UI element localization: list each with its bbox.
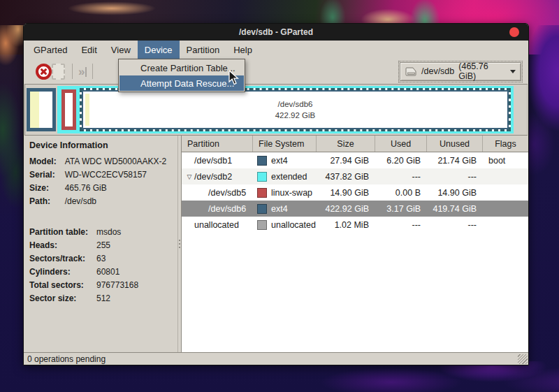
info-label: Model: [29, 157, 57, 166]
partition-size: 14.90 GiB [317, 184, 375, 201]
info-value: 512 [96, 293, 172, 303]
partition-unused: --- [427, 168, 483, 184]
filesystem-color-swatch [257, 188, 267, 198]
window-title: /dev/sdb - GParted [239, 27, 313, 37]
statusbar: 0 operations pending [24, 352, 528, 365]
partition-name: unallocated [194, 220, 239, 230]
filesystem-name: linux-swap [271, 188, 312, 198]
table-row-sdb5[interactable]: /dev/sdb5 linux-swap 14.90 GiB 0.00 B 14… [182, 184, 528, 201]
viz-partition-sdb6-selected[interactable]: /dev/sdb6 422.92 GiB [80, 88, 511, 131]
info-label: Serial: [29, 170, 57, 180]
info-label: Size: [29, 183, 57, 193]
partition-used: --- [375, 217, 427, 233]
main-content: Device Information Model: ATA WDC WD5000… [24, 136, 528, 352]
info-value: msdos [96, 227, 172, 237]
close-icon[interactable] [509, 27, 519, 37]
desktop-wallpaper-right [527, 25, 559, 221]
partition-used: --- [375, 168, 427, 184]
toolbar-separator [72, 64, 73, 79]
partition-visualization: /dev/sdb6 422.92 GiB [24, 84, 528, 136]
info-value: ATA WDC WD5000AAKX-2 [65, 157, 172, 166]
partition-size: 27.94 GiB [317, 152, 375, 168]
mouse-cursor-icon [228, 70, 239, 85]
menu-item-attempt-data-rescue[interactable]: Attempt Data Rescue... [119, 75, 244, 91]
info-value: WD-WCC2ECV58157 [65, 170, 172, 180]
device-information-title: Device Information [29, 140, 172, 150]
info-value: /dev/sdb [65, 196, 172, 206]
table-row-sdb6-selected[interactable]: /dev/sdb6 ext4 422.92 GiB 3.17 GiB 419.7… [182, 201, 528, 217]
info-value: 255 [96, 240, 172, 250]
selected-device-size: (465.76 GiB) [458, 61, 506, 81]
header-used[interactable]: Used [375, 136, 427, 152]
new-partition-button[interactable] [52, 64, 65, 80]
partition-flags [483, 184, 528, 201]
table-row-sdb2[interactable]: ▽/dev/sdb2 extended 437.82 GiB --- --- [182, 168, 528, 184]
menu-gparted[interactable]: GParted [27, 41, 74, 59]
expander-open-icon[interactable]: ▽ [184, 173, 194, 180]
device-menu-dropdown: Create Partition Table... Attempt Data R… [118, 59, 245, 92]
delete-icon [36, 64, 52, 80]
partition-used: 3.17 GiB [375, 201, 427, 217]
menu-item-create-partition-table[interactable]: Create Partition Table... [119, 60, 244, 75]
desktop-wallpaper-bottom [0, 361, 559, 392]
menu-device[interactable]: Device [138, 41, 180, 59]
partition-name: /dev/sdb6 [208, 204, 246, 214]
desktop-wallpaper-left [0, 25, 25, 235]
info-value: 60801 [96, 267, 172, 277]
delete-partition-button[interactable] [36, 64, 52, 80]
header-file-system[interactable]: File System [253, 136, 317, 152]
info-value: 63 [96, 254, 172, 263]
selected-device: /dev/sdb [421, 66, 454, 76]
gparted-window: /dev/sdb - GParted GParted Edit View Dev… [23, 23, 529, 365]
partition-used: 0.00 B [375, 184, 427, 201]
partition-flags: boot [483, 152, 528, 168]
viz-partition-sdb5[interactable] [61, 89, 76, 130]
table-row-unallocated[interactable]: unallocated unallocated 1.02 MiB --- --- [182, 217, 528, 233]
device-info-group-2: Partition table: msdos Heads: 255 Sector… [29, 227, 172, 303]
partition-size: 1.02 MiB [317, 217, 375, 233]
resize-grip[interactable] [518, 354, 528, 364]
status-text: 0 operations pending [27, 354, 106, 364]
header-size[interactable]: Size [317, 136, 375, 152]
disk-icon [405, 67, 417, 76]
viz-sdb6-label: /dev/sdb6 [278, 99, 313, 110]
partition-name: /dev/sdb2 [194, 172, 232, 182]
menu-help[interactable]: Help [226, 41, 259, 59]
table-header-row: Partition File System Size Used Unused F… [182, 136, 528, 152]
filesystem-name: unallocated [271, 220, 316, 230]
partition-unused: 419.74 GiB [427, 201, 483, 217]
header-partition[interactable]: Partition [182, 136, 253, 152]
table-row-sdb1[interactable]: /dev/sdb1 ext4 27.94 GiB 6.20 GiB 21.74 … [182, 152, 528, 168]
spacer [29, 206, 172, 227]
header-flags[interactable]: Flags [483, 136, 528, 152]
info-value: 976773168 [96, 280, 172, 290]
viz-partition-sdb2-extended[interactable]: /dev/sdb6 422.92 GiB [57, 86, 514, 133]
device-selector[interactable]: /dev/sdb (465.76 GiB) [400, 62, 521, 81]
partition-unused: --- [427, 217, 483, 233]
apply-operations-button[interactable]: » [78, 66, 87, 78]
menubar: GParted Edit View Device Partition Help [24, 41, 528, 59]
menu-view[interactable]: View [104, 41, 138, 59]
partition-size: 422.92 GiB [317, 201, 375, 217]
info-label: Heads: [29, 240, 88, 250]
desktop: /dev/sdb - GParted GParted Edit View Dev… [0, 0, 559, 392]
filesystem-name: ext4 [271, 204, 288, 214]
titlebar[interactable]: /dev/sdb - GParted [24, 24, 528, 41]
toolbar: » /dev/sdb (465.76 GiB) [24, 59, 528, 84]
info-label: Sectors/track: [29, 254, 88, 263]
filesystem-name: ext4 [271, 156, 288, 166]
device-information-panel: Device Information Model: ATA WDC WD5000… [24, 136, 177, 352]
info-label: Sector size: [29, 293, 88, 303]
partition-name: /dev/sdb5 [208, 188, 246, 198]
filesystem-color-swatch [257, 156, 267, 166]
filesystem-color-swatch [257, 220, 267, 230]
menu-partition[interactable]: Partition [180, 41, 227, 59]
menu-edit[interactable]: Edit [74, 41, 103, 59]
toolbar-separator [92, 64, 93, 79]
device-info-group-1: Model: ATA WDC WD5000AAKX-2 Serial: WD-W… [29, 157, 172, 206]
info-label: Total sectors: [29, 280, 88, 290]
chevron-down-icon [510, 70, 516, 73]
viz-partition-sdb1[interactable] [27, 88, 56, 131]
header-unused[interactable]: Unused [427, 136, 483, 152]
filesystem-name: extended [271, 172, 307, 182]
